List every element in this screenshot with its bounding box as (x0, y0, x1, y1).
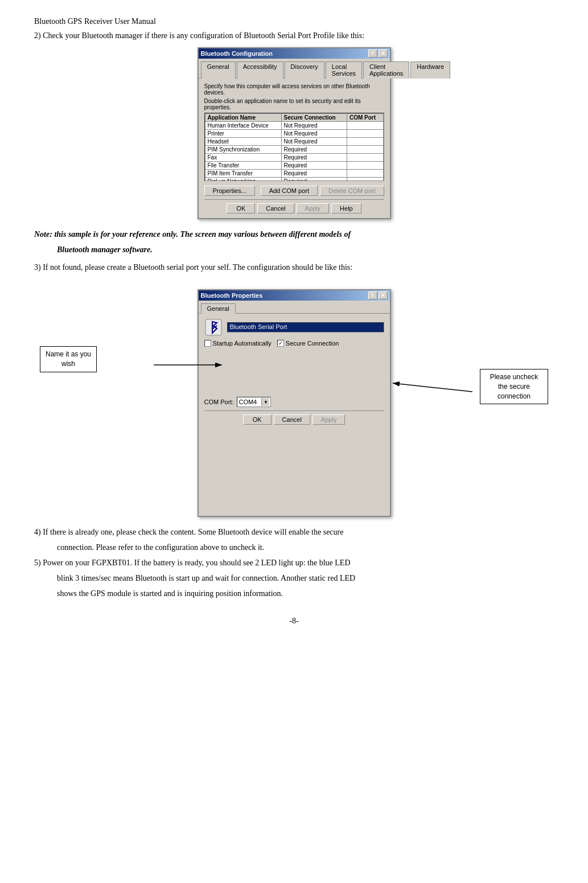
combobox-arrow-icon[interactable]: ▼ (261, 398, 269, 406)
section4-para-cont: connection. Please refer to the configur… (34, 541, 554, 553)
com-cell (347, 146, 383, 154)
app-name-cell: PIM Item Transfer (205, 170, 281, 178)
svg-line-1 (393, 383, 472, 392)
col-header-com: COM Port (347, 114, 383, 122)
dialog1-title: Bluetooth Configuration (201, 50, 273, 57)
com-cell (347, 170, 383, 178)
section2-para: 2) Check your Bluetooth manager if there… (34, 30, 554, 42)
com-cell (347, 154, 383, 162)
page-number: -8- (34, 617, 554, 626)
annotation-right-box: Please uncheck the secure connection (480, 369, 548, 404)
com-cell (347, 138, 383, 146)
startup-auto-label: Startup Automatically (213, 340, 272, 347)
secure-connection-label: Secure Connection (286, 340, 339, 347)
properties-button[interactable]: Properties... (204, 186, 255, 196)
tab-client-applications[interactable]: Client Applications (363, 61, 409, 79)
dialog1-titlebar-buttons: ? ✕ (368, 50, 388, 58)
tab-local-services[interactable]: Local Services (326, 61, 362, 79)
dialog2-name-field[interactable]: Bluetooth Serial Port (227, 322, 384, 332)
secure-cell: Required (281, 146, 347, 154)
dialog1-wrapper: Bluetooth Configuration ? ✕ General Acce… (34, 47, 554, 219)
com-cell (347, 178, 383, 182)
com-port-value: COM4 (239, 399, 261, 405)
table-row[interactable]: Fax Required (205, 154, 383, 162)
dialog2-com-row: COM Port: COM4 ▼ (204, 397, 384, 407)
startup-auto-checkbox[interactable] (204, 340, 211, 347)
dialog1-action-buttons: OK Cancel Apply Help (204, 203, 384, 213)
com-port-label: COM Port: (204, 399, 234, 405)
dialog2-close-button[interactable]: ✕ (379, 291, 388, 299)
add-com-port-button[interactable]: Add COM port (261, 186, 318, 196)
table-row[interactable]: Printer Not Required (205, 130, 383, 138)
dialog2-titlebar: Bluetooth Properties ? ✕ (199, 290, 390, 301)
note-line1: Note: this sample is for your reference … (34, 228, 554, 240)
bluetooth-icon (204, 318, 223, 336)
tab-general[interactable]: General (201, 61, 236, 79)
dialog2-separator (204, 410, 384, 411)
dialog1-titlebar: Bluetooth Configuration ? ✕ (199, 48, 390, 59)
com-port-combobox[interactable]: COM4 ▼ (237, 397, 271, 407)
col-header-app-name: Application Name (205, 114, 281, 122)
section4-para: 4) If there is already one, please check… (34, 526, 554, 538)
app-name-cell: Headset (205, 138, 281, 146)
annotation-left-box: Name it as you wish (40, 346, 97, 372)
dialog2-ok-button[interactable]: OK (243, 414, 272, 425)
dialog2-icon-area: Bluetooth Serial Port (204, 318, 384, 336)
apply-button[interactable]: Apply (297, 203, 330, 213)
page-title: Bluetooth GPS Receiver User Manual (34, 17, 554, 26)
dialog2-annotated-wrapper: Name it as you wish Please uncheck the s… (34, 278, 554, 517)
table-row[interactable]: PIM Item Transfer Required (205, 170, 383, 178)
dialog2: Bluetooth Properties ? ✕ General Bluetoo… (198, 289, 391, 517)
annotation-right-text: Please uncheck the secure connection (490, 373, 538, 400)
dialog2-spacer (204, 351, 384, 397)
note-line2: Bluetooth manager software. (34, 244, 554, 256)
dialog2-title: Bluetooth Properties (201, 292, 263, 299)
cancel-button[interactable]: Cancel (257, 203, 294, 213)
app-name-cell: Fax (205, 154, 281, 162)
dialog1-desc2: Double-click an application name to set … (204, 98, 384, 110)
tab-discovery[interactable]: Discovery (285, 61, 324, 79)
secure-connection-checkbox[interactable]: ✓ (277, 340, 284, 347)
dialog1-content: Specify how this computer will access se… (199, 79, 390, 218)
dialog2-tabs: General (199, 301, 390, 314)
tab-accessibility[interactable]: Accessibility (237, 61, 283, 79)
table-row[interactable]: PIM Synchronization Required (205, 146, 383, 154)
dialog1-table-container: Application Name Secure Connection COM P… (204, 113, 384, 181)
ok-button[interactable]: OK (227, 203, 255, 213)
separator (204, 199, 384, 200)
app-name-cell: Printer (205, 130, 281, 138)
dialog1-table: Application Name Secure Connection COM P… (205, 113, 384, 181)
dialog1-help-button[interactable]: ? (368, 50, 377, 58)
secure-cell: Required (281, 178, 347, 182)
table-row[interactable]: Dial-up Networking Required (205, 178, 383, 182)
app-name-cell: PIM Synchronization (205, 146, 281, 154)
app-name-cell: File Transfer (205, 162, 281, 170)
dialog1-desc1: Specify how this computer will access se… (204, 83, 384, 96)
table-row[interactable]: Headset Not Required (205, 138, 383, 146)
dialog2-help-button[interactable]: ? (368, 291, 377, 299)
secure-cell: Required (281, 154, 347, 162)
tab-hardware[interactable]: Hardware (410, 61, 450, 79)
section5-para-cont1: blink 3 times/sec means Bluetooth is sta… (34, 572, 554, 584)
app-name-cell: Human Interface Device (205, 122, 281, 130)
secure-cell: Not Required (281, 130, 347, 138)
section5-para-cont2: shows the GPS module is started and is i… (34, 588, 554, 599)
dialog2-cancel-button[interactable]: Cancel (274, 414, 310, 425)
secure-cell: Required (281, 162, 347, 170)
help-button[interactable]: Help (331, 203, 361, 213)
dialog2-apply-button[interactable]: Apply (312, 414, 346, 425)
table-row[interactable]: File Transfer Required (205, 162, 383, 170)
dialog1-close-button[interactable]: ✕ (379, 50, 388, 58)
table-row[interactable]: Human Interface Device Not Required (205, 122, 383, 130)
secure-connection-item: ✓ Secure Connection (277, 340, 339, 347)
dialog2-action-buttons: OK Cancel Apply (204, 414, 384, 425)
app-name-cell: Dial-up Networking (205, 178, 281, 182)
dialog2-tab-general[interactable]: General (201, 303, 236, 314)
dialog2-content: Bluetooth Serial Port Startup Automatica… (199, 314, 390, 429)
startup-auto-item: Startup Automatically (204, 340, 272, 347)
com-cell (347, 130, 383, 138)
section3-para: 3) If not found, please create a Bluetoo… (34, 261, 554, 273)
com-cell (347, 162, 383, 170)
delete-com-port-button[interactable]: Delete COM port (320, 186, 384, 196)
secure-cell: Not Required (281, 138, 347, 146)
